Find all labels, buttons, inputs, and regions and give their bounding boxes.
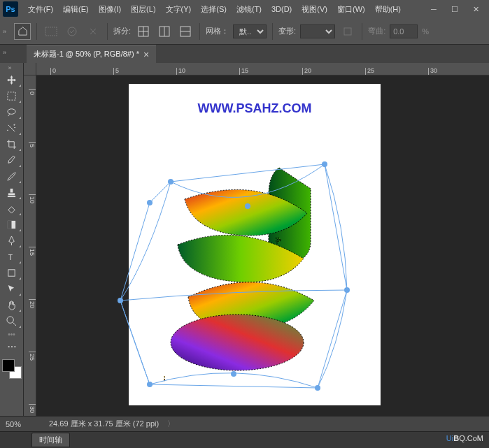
pen-tool[interactable]	[2, 233, 22, 248]
hand-tool[interactable]	[2, 297, 22, 312]
transform-mode-icon[interactable]	[43, 23, 59, 40]
menu-help[interactable]: 帮助(H)	[371, 2, 405, 17]
svg-rect-8	[10, 188, 13, 192]
svg-text:T: T	[8, 254, 13, 261]
menu-window[interactable]: 窗口(W)	[333, 2, 369, 17]
split-label: 拆分:	[113, 26, 131, 36]
svg-text:S: S	[164, 374, 165, 383]
menu-type[interactable]: 文字(Y)	[162, 2, 196, 17]
gradient-tool[interactable]	[2, 217, 22, 232]
grid-select[interactable]: 默..	[233, 24, 267, 38]
lasso-tool[interactable]	[2, 104, 22, 120]
grid-cols-icon[interactable]	[156, 23, 173, 40]
zoom-level[interactable]: 50%	[6, 420, 41, 428]
site-watermark: UiBQ.CoM	[446, 431, 483, 444]
svg-rect-0	[45, 27, 57, 36]
menu-layer[interactable]: 图层(L)	[127, 2, 160, 17]
document-dimensions: 24.69 厘米 x 31.75 厘米 (72 ppi)	[49, 419, 159, 429]
menubar: Ps 文件(F) 编辑(E) 图像(I) 图层(L) 文字(Y) 选择(S) 滤…	[0, 0, 489, 18]
svg-point-17	[171, 315, 304, 370]
grid-rows-icon[interactable]	[177, 23, 194, 40]
grid-3x3-icon[interactable]	[135, 23, 152, 40]
bend-label: 弯曲:	[368, 26, 385, 36]
grid-label: 网格：	[206, 26, 229, 36]
shape-tool[interactable]	[2, 265, 22, 280]
panel-expand-icon[interactable]: »	[3, 49, 10, 56]
menu-filter[interactable]: 滤镜(T)	[232, 2, 266, 17]
toolbar-more[interactable]: •••	[8, 331, 15, 338]
canvas-watermark-text: WWW.PSAHZ.COM	[198, 101, 312, 116]
menu-edit[interactable]: 编辑(E)	[59, 2, 93, 17]
app-logo: Ps	[3, 1, 18, 17]
bottom-panel: 时间轴	[0, 431, 489, 448]
maximize-button[interactable]: ☐	[444, 1, 465, 17]
options-bar: » 拆分: 网格： 默.. 变形: 弯曲: %	[0, 18, 489, 45]
menu-image[interactable]: 图像(I)	[94, 2, 125, 17]
type-tool[interactable]: T	[2, 249, 22, 264]
svg-rect-14	[8, 269, 15, 275]
crop-tool[interactable]	[2, 136, 22, 152]
svg-rect-9	[8, 193, 15, 195]
eraser-tool[interactable]	[2, 201, 22, 216]
close-tab-icon[interactable]: ×	[143, 50, 149, 59]
svg-point-15	[7, 316, 13, 322]
document-tab-bar: » 未标题-1 @ 50% (P, RGB/8#) * ×	[0, 45, 489, 63]
svg-rect-12	[8, 220, 12, 228]
svg-rect-10	[8, 196, 15, 197]
menu-select[interactable]: 选择(S)	[197, 2, 231, 17]
vertical-ruler[interactable]: 0 5 10 15 20 25 30	[24, 75, 36, 416]
artwork-3d-ps: P S	[164, 161, 346, 384]
menu-3d[interactable]: 3D(D)	[267, 3, 296, 15]
workspace: » T ••• 0 5 10 15 20 25 30	[0, 63, 489, 416]
marquee-tool[interactable]	[2, 88, 22, 103]
eyedropper-tool[interactable]	[2, 152, 22, 168]
svg-rect-5	[344, 28, 351, 35]
toolbar: » T •••	[0, 63, 24, 416]
canvas-area[interactable]: 0 5 10 15 20 25 30 0 5 10 15 20 25 30 WW…	[24, 63, 489, 416]
status-chevron-icon[interactable]: 〉	[167, 419, 175, 429]
path-select-tool[interactable]	[2, 281, 22, 296]
window-controls: ─ ☐ ✕	[423, 1, 486, 17]
timeline-tab[interactable]: 时间轴	[31, 433, 70, 447]
color-swatches[interactable]	[2, 359, 22, 379]
menu-view[interactable]: 视图(V)	[297, 2, 332, 17]
svg-text:P: P	[276, 236, 281, 245]
magic-wand-tool[interactable]	[2, 120, 22, 136]
svg-rect-6	[8, 92, 15, 99]
stamp-tool[interactable]	[2, 185, 22, 200]
expand-icon[interactable]: »	[3, 28, 10, 35]
close-button[interactable]: ✕	[465, 1, 486, 17]
warp-label: 变形:	[278, 26, 296, 36]
home-icon[interactable]	[14, 23, 31, 40]
brush-tool[interactable]	[2, 168, 22, 184]
bend-unit: %	[422, 27, 429, 36]
document-tab-title: 未标题-1 @ 50% (P, RGB/8#) *	[34, 49, 139, 59]
horizontal-ruler[interactable]: 0 5 10 15 20 25 30	[36, 63, 489, 75]
foreground-color[interactable]	[2, 359, 15, 372]
bend-input[interactable]	[390, 24, 418, 38]
document-tab[interactable]: 未标题-1 @ 50% (P, RGB/8#) * ×	[27, 45, 156, 63]
commit-transform-icon[interactable]	[85, 23, 101, 40]
menu-file[interactable]: 文件(F)	[24, 2, 57, 17]
warp-direction-icon[interactable]	[339, 23, 356, 40]
edit-toolbar[interactable]	[2, 339, 22, 354]
zoom-tool[interactable]	[2, 313, 22, 328]
cancel-transform-icon[interactable]	[64, 23, 80, 40]
svg-point-1	[68, 27, 76, 36]
svg-point-24	[118, 298, 123, 303]
warp-select[interactable]	[300, 24, 335, 38]
toolbar-expand-icon[interactable]: »	[8, 64, 15, 71]
move-tool[interactable]	[2, 72, 22, 87]
minimize-button[interactable]: ─	[423, 1, 444, 17]
svg-point-7	[8, 108, 15, 114]
ruler-origin[interactable]	[24, 63, 36, 75]
status-bar: 50% 24.69 厘米 x 31.75 厘米 (72 ppi) 〉	[0, 416, 489, 431]
document-canvas[interactable]: WWW.PSAHZ.COM	[129, 84, 381, 405]
